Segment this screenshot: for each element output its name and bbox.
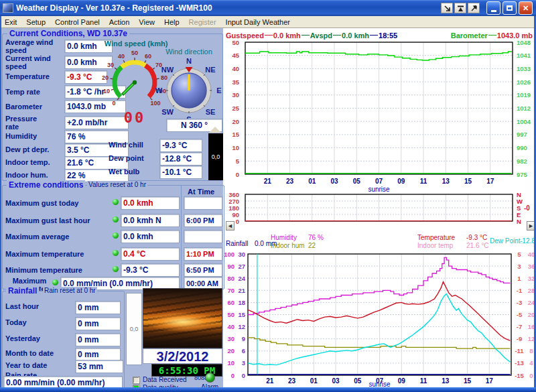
menu-action[interactable]: Action	[105, 17, 135, 27]
ec-row-label: Minimum temperature	[5, 266, 111, 274]
svg-text:15: 15	[464, 178, 472, 185]
svg-text:60: 60	[227, 299, 234, 306]
indoor-temp-legend-value: 21.6 °C	[466, 242, 488, 249]
minimize-button[interactable]	[486, 1, 500, 15]
wind-direction-compass: N NE E SE S SW W NW	[154, 54, 224, 124]
svg-text:-5: -5	[517, 311, 523, 318]
svg-text:-7: -7	[517, 323, 522, 330]
menu-register: Register	[184, 17, 221, 27]
svg-text:40: 40	[118, 53, 125, 60]
svg-text:11: 11	[420, 377, 427, 385]
status-led	[113, 266, 119, 272]
status-led	[52, 279, 58, 285]
svg-text:23: 23	[286, 178, 294, 185]
svg-text:13: 13	[442, 377, 450, 385]
panel-subtitle: Rain reset at 0 hr	[43, 287, 97, 294]
svg-text:17: 17	[486, 178, 494, 185]
sunset-photo	[143, 288, 222, 348]
minimize-to-tray-button[interactable]	[441, 3, 453, 13]
svg-text:24: 24	[238, 275, 245, 282]
svg-text:997: 997	[517, 131, 527, 138]
data-received-checkbox[interactable]	[133, 377, 140, 384]
svg-text:09: 09	[397, 178, 405, 185]
rain-row-value: 0 mm	[75, 348, 121, 361]
legend-time: 18:55	[379, 31, 397, 40]
svg-text:1004: 1004	[517, 118, 531, 125]
rain-bar: 0,0	[126, 293, 142, 365]
menu-input-daily-weather[interactable]: Input Daily Weather	[221, 17, 295, 27]
svg-text:0: 0	[231, 372, 234, 379]
svg-text:6: 6	[242, 347, 245, 354]
data-received-label: Data Received	[143, 376, 187, 383]
ec-row-label: Maximum temperature	[5, 250, 111, 258]
svg-text:0: 0	[236, 171, 239, 178]
window-shade-icon	[456, 4, 465, 13]
menu-help[interactable]: Help	[159, 17, 184, 27]
svg-text:1041: 1041	[517, 52, 531, 59]
svg-text:05: 05	[354, 377, 362, 385]
svg-text:50: 50	[232, 40, 239, 46]
svg-text:17: 17	[486, 377, 494, 385]
alarm-button[interactable]	[205, 373, 215, 383]
svg-text:35: 35	[232, 78, 239, 86]
cc-row-label: Temperature	[5, 72, 63, 80]
diagonal-arrow-icon	[443, 4, 452, 13]
svg-text:1019: 1019	[517, 91, 531, 99]
svg-text:03: 03	[330, 178, 338, 185]
humidity-legend-label: Humidity	[271, 234, 297, 241]
menu-setup[interactable]: Setup	[21, 17, 50, 27]
rain-row-label: Today	[5, 318, 72, 326]
barometer-legend-label: Barometer	[451, 31, 488, 40]
svg-text:SW: SW	[161, 108, 174, 116]
svg-text:15: 15	[238, 311, 245, 318]
rain-row-value: 0 mm	[75, 317, 121, 330]
humidity-legend-value: 76 %	[308, 234, 324, 241]
svg-text:1048: 1048	[517, 40, 531, 46]
svg-text:70: 70	[227, 287, 234, 294]
status-led	[113, 216, 119, 222]
scroll-left-button[interactable]: ◄	[226, 221, 234, 231]
svg-text:20: 20	[227, 347, 234, 354]
svg-text:sunrise: sunrise	[368, 381, 391, 387]
svg-text:W: W	[155, 86, 163, 94]
svg-text:-9: -9	[517, 335, 522, 342]
rain-row-label: Year to date	[5, 361, 72, 369]
svg-text:21: 21	[266, 377, 274, 385]
cc-row-label: Indoor temp.	[5, 158, 63, 166]
svg-text:01: 01	[308, 178, 316, 185]
svg-text:30: 30	[238, 252, 245, 258]
cc-row-label: Indoor hum.	[5, 171, 63, 179]
ec-row-value: 0.0 kmh	[121, 196, 180, 210]
roll-up-button[interactable]	[454, 3, 466, 13]
menu-control-panel[interactable]: Control Panel	[50, 17, 105, 27]
menu-view[interactable]: View	[134, 17, 159, 27]
derived-value: -10.1 °C	[159, 166, 202, 179]
svg-text:0: 0	[236, 218, 239, 224]
minimize-icon	[491, 10, 496, 12]
svg-text:4: 4	[529, 359, 533, 367]
window-border-bottom	[0, 387, 536, 392]
extreme-conditions-panel: Extreme conditions Values reset at 0 hr …	[2, 185, 224, 289]
derived-label: Wet bulb	[109, 168, 139, 176]
weather-display-window: Weather Display - Ver 10.37e - Registere…	[0, 0, 536, 392]
cc-row-label: Average wind speed	[5, 38, 63, 54]
ec-row-time: 6:00 PM	[184, 214, 222, 227]
svg-text:05: 05	[353, 178, 361, 185]
menubar: Exit Setup Control Panel Action View Hel…	[0, 16, 536, 28]
svg-text:3: 3	[242, 359, 245, 367]
dew-legend-value: -12.8	[520, 237, 535, 245]
close-button[interactable]: ✕	[519, 1, 533, 15]
menu-exit[interactable]: Exit	[0, 17, 21, 27]
derived-label: Wind chill	[109, 141, 143, 149]
svg-text:9: 9	[242, 335, 245, 342]
always-on-top-button[interactable]	[468, 3, 480, 13]
svg-text:20: 20	[102, 74, 109, 81]
pin-icon	[470, 4, 478, 13]
maximize-button[interactable]	[503, 1, 517, 15]
wind-direction-chart: 360270180900NWSEN-0	[224, 193, 536, 224]
current-conditions-panel: Current Conditions, WD 10.37e Average wi…	[2, 34, 223, 181]
svg-text:3: 3	[517, 263, 521, 270]
titlebar[interactable]: Weather Display - Ver 10.37e - Registere…	[0, 0, 536, 16]
svg-text:20: 20	[232, 118, 239, 125]
ec-row-label: Maximum gust today	[5, 199, 111, 207]
